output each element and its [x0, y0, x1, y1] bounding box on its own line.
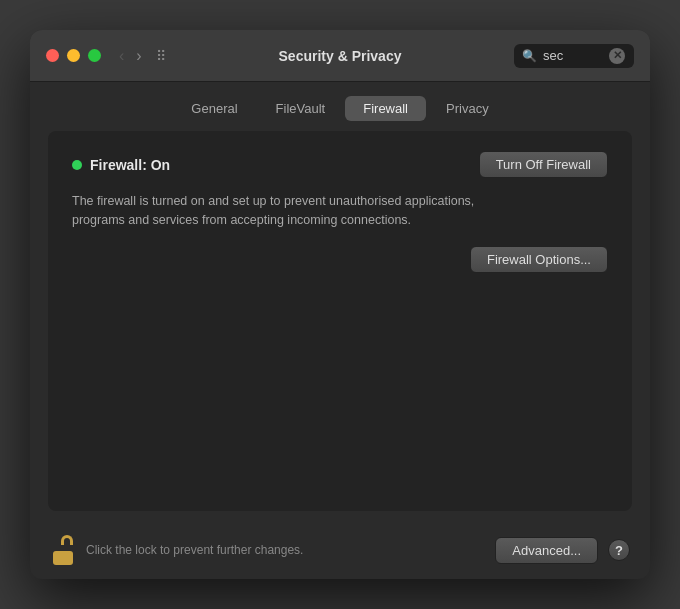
firewall-description: The firewall is turned on and set up to … [72, 192, 492, 230]
advanced-button[interactable]: Advanced... [495, 537, 598, 564]
search-input[interactable] [543, 48, 603, 63]
content-area: Firewall: On Turn Off Firewall The firew… [48, 131, 632, 511]
window-title: Security & Privacy [279, 48, 402, 64]
firewall-options-button[interactable]: Firewall Options... [470, 246, 608, 273]
help-button[interactable]: ? [608, 539, 630, 561]
tab-firewall[interactable]: Firewall [345, 96, 426, 121]
lock-body [53, 551, 73, 565]
firewall-options-row: Firewall Options... [72, 246, 608, 273]
lock-icon[interactable] [50, 535, 76, 565]
tab-filevault[interactable]: FileVault [258, 96, 344, 121]
app-grid-icon[interactable]: ⠿ [156, 48, 166, 64]
firewall-status-dot [72, 160, 82, 170]
maximize-button[interactable] [88, 49, 101, 62]
minimize-button[interactable] [67, 49, 80, 62]
search-box[interactable]: 🔍 ✕ [514, 44, 634, 68]
traffic-lights [46, 49, 101, 62]
lock-hint-label: Click the lock to prevent further change… [86, 543, 485, 557]
firewall-status-row: Firewall: On Turn Off Firewall [72, 151, 608, 178]
back-button[interactable]: ‹ [115, 46, 128, 66]
search-icon: 🔍 [522, 49, 537, 63]
tab-general[interactable]: General [173, 96, 255, 121]
nav-arrows: ‹ › [115, 46, 146, 66]
forward-button[interactable]: › [132, 46, 145, 66]
main-window: ‹ › ⠿ Security & Privacy 🔍 ✕ General Fil… [30, 30, 650, 579]
firewall-status-label: Firewall: On [90, 157, 170, 173]
bottombar: Click the lock to prevent further change… [30, 525, 650, 579]
turn-off-firewall-button[interactable]: Turn Off Firewall [479, 151, 608, 178]
tab-privacy[interactable]: Privacy [428, 96, 507, 121]
close-button[interactable] [46, 49, 59, 62]
lock-shackle [61, 535, 73, 545]
search-clear-button[interactable]: ✕ [609, 48, 625, 64]
titlebar: ‹ › ⠿ Security & Privacy 🔍 ✕ [30, 30, 650, 82]
status-left: Firewall: On [72, 157, 170, 173]
tabbar: General FileVault Firewall Privacy [30, 82, 650, 131]
